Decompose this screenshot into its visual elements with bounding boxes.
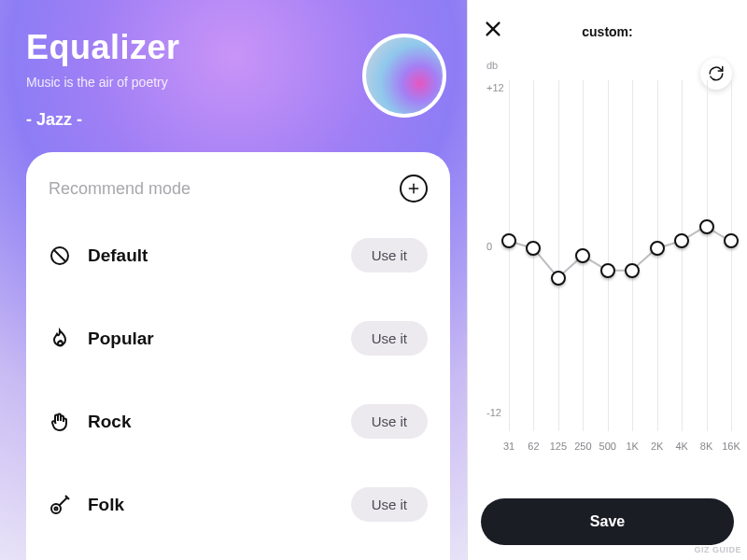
- eq-band-handle-16K[interactable]: [724, 233, 739, 248]
- use-button-popular[interactable]: Use it: [351, 321, 428, 356]
- ytick-minus12: -12: [486, 407, 501, 418]
- freq-label: 2K: [651, 441, 663, 452]
- eq-chart: db +12 0 -12 31621252505001K2K4K8K16K: [481, 54, 734, 437]
- eq-band-handle-1K[interactable]: [625, 263, 640, 278]
- watermark: GIZ GUIDE: [694, 545, 741, 554]
- rock-icon: [49, 411, 71, 433]
- freq-label: 8K: [700, 441, 712, 452]
- recommend-card: Recommend mode DefaultUse itPopularUse i…: [26, 152, 450, 560]
- plus-icon: [407, 182, 420, 195]
- svg-line-3: [54, 250, 65, 261]
- eq-band-handle-500[interactable]: [600, 263, 615, 278]
- ytick-plus12: +12: [486, 82, 504, 93]
- custom-eq-panel: custom: db +12 0 -12 31621252505001K2K4K…: [467, 0, 747, 560]
- flame-icon: [49, 328, 71, 350]
- db-unit-label: db: [486, 60, 498, 71]
- freq-label: 500: [599, 441, 616, 452]
- mode-name: Rock: [88, 412, 131, 432]
- freq-label: 62: [528, 441, 539, 452]
- avatar[interactable]: [362, 34, 446, 118]
- svg-point-5: [55, 507, 58, 510]
- ytick-zero: 0: [486, 241, 492, 252]
- close-icon: [483, 19, 503, 39]
- freq-label: 4K: [675, 441, 687, 452]
- use-button-rock[interactable]: Use it: [351, 404, 428, 439]
- eq-band-handle-125[interactable]: [551, 271, 566, 286]
- eq-band-handle-250[interactable]: [575, 248, 590, 263]
- mode-row-rock: RockUse it: [49, 380, 428, 463]
- freq-label: 1K: [626, 441, 638, 452]
- eq-curve: [509, 80, 730, 431]
- add-mode-button[interactable]: [400, 175, 428, 203]
- mode-name: Popular: [88, 329, 154, 349]
- recommend-heading: Recommend mode: [49, 179, 190, 199]
- eq-band-handle-2K[interactable]: [650, 241, 665, 256]
- freq-label: 250: [574, 441, 591, 452]
- mode-row-folk: FolkUse it: [49, 463, 428, 546]
- freq-label: 16K: [722, 441, 740, 452]
- mode-row-popular: PopularUse it: [49, 297, 428, 380]
- mode-name: Default: [88, 245, 148, 266]
- mode-name: Folk: [88, 495, 124, 515]
- close-button[interactable]: [483, 19, 505, 41]
- use-button-folk[interactable]: Use it: [351, 487, 428, 522]
- eq-band-handle-4K[interactable]: [674, 233, 689, 248]
- freq-label: 125: [550, 441, 567, 452]
- mode-row-default: DefaultUse it: [49, 214, 428, 297]
- eq-band-handle-8K[interactable]: [699, 219, 714, 234]
- ban-icon: [49, 245, 71, 267]
- equalizer-main-panel: Equalizer Music is the air of poetry - J…: [0, 0, 467, 560]
- custom-panel-title: custom:: [582, 24, 632, 39]
- guitar-icon: [49, 494, 71, 516]
- save-button[interactable]: Save: [481, 498, 734, 545]
- eq-band-handle-62[interactable]: [526, 241, 541, 256]
- eq-gridline: [731, 80, 732, 431]
- use-button-default[interactable]: Use it: [351, 238, 428, 273]
- freq-label: 31: [503, 441, 514, 452]
- eq-band-handle-31[interactable]: [501, 233, 516, 248]
